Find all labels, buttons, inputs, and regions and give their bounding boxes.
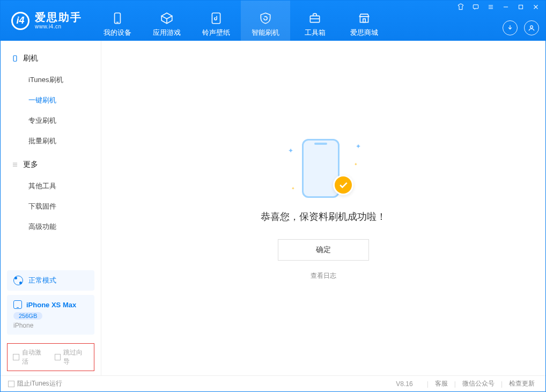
sidebar-item-oneclick-flash[interactable]: 一键刷机 — [1, 90, 101, 110]
sidebar-item-itunes-flash[interactable]: iTunes刷机 — [1, 70, 101, 90]
download-button[interactable] — [503, 20, 518, 35]
status-link-wechat[interactable]: 微信公众号 — [459, 379, 498, 388]
logo: i4 爱思助手 www.i4.cn — [1, 12, 93, 30]
close-button[interactable] — [530, 2, 541, 12]
feedback-icon[interactable] — [470, 2, 481, 12]
highlighted-options: 自动激活 跳过向导 — [7, 343, 94, 371]
logo-icon: i4 — [11, 12, 29, 30]
svg-rect-16 — [13, 56, 17, 62]
app-subtitle: www.i4.cn — [35, 24, 82, 29]
status-link-update[interactable]: 检查更新 — [506, 379, 538, 388]
list-icon — [11, 161, 19, 168]
sidebar-group-flash: 刷机 — [1, 50, 101, 70]
status-link-support[interactable]: 客服 — [432, 379, 451, 388]
music-file-icon — [209, 11, 224, 26]
briefcase-icon — [307, 11, 322, 26]
minimize-button[interactable] — [500, 2, 511, 12]
sparkle-icon: ✦ — [288, 147, 293, 154]
menu-icon[interactable] — [485, 2, 496, 12]
checkbox-block-itunes[interactable]: 阻止iTunes运行 — [8, 379, 62, 388]
svg-rect-6 — [363, 19, 365, 23]
main-content: ✦ ✦ ✦ ✦ 恭喜您，保资料刷机成功啦！ 确定 查看日志 — [101, 41, 545, 375]
svg-point-15 — [530, 26, 533, 28]
tab-apps[interactable]: 应用游戏 — [142, 1, 191, 41]
body: 刷机 iTunes刷机 一键刷机 专业刷机 批量刷机 更多 其他工具 下载固件 … — [1, 41, 545, 375]
check-badge-icon — [333, 175, 353, 195]
title-bar: i4 爱思助手 www.i4.cn 我的设备 应用游戏 铃声壁纸 智能刷机 — [1, 1, 545, 41]
device-mode-box[interactable]: 正常模式 — [7, 270, 94, 291]
checkbox-skip-guide[interactable]: 跳过向导 — [55, 348, 89, 366]
svg-rect-2 — [212, 13, 220, 24]
main-tabs: 我的设备 应用游戏 铃声壁纸 智能刷机 工具箱 爱思商城 — [93, 1, 389, 41]
sparkle-icon: ✦ — [356, 143, 361, 150]
refresh-shield-icon — [258, 11, 273, 26]
mode-icon — [13, 276, 23, 285]
svg-rect-7 — [473, 5, 478, 9]
app-title: 爱思助手 — [35, 12, 82, 23]
sparkle-icon: ✦ — [354, 162, 358, 167]
app-window: i4 爱思助手 www.i4.cn 我的设备 应用游戏 铃声壁纸 智能刷机 — [0, 0, 546, 392]
store-icon — [357, 11, 372, 26]
tab-my-device[interactable]: 我的设备 — [93, 1, 142, 41]
cube-icon — [159, 11, 174, 26]
sidebar-item-advanced[interactable]: 高级功能 — [1, 217, 101, 237]
maximize-button[interactable] — [515, 2, 526, 12]
skin-icon[interactable] — [455, 2, 466, 12]
sidebar-item-batch-flash[interactable]: 批量刷机 — [1, 131, 101, 151]
svg-rect-12 — [519, 5, 523, 9]
tab-toolbox[interactable]: 工具箱 — [290, 1, 340, 41]
version-label: V8.16 — [396, 380, 412, 388]
tab-ringtone[interactable]: 铃声壁纸 — [191, 1, 241, 41]
sidebar-item-other-tools[interactable]: 其他工具 — [1, 176, 101, 196]
device-name: iPhone XS Max — [26, 301, 76, 309]
phone-icon — [110, 11, 125, 26]
phone-outline-icon — [11, 55, 19, 62]
sidebar-item-download-firmware[interactable]: 下载固件 — [1, 196, 101, 217]
tab-store[interactable]: 爱思商城 — [340, 1, 389, 41]
account-button[interactable] — [524, 20, 539, 35]
sidebar: 刷机 iTunes刷机 一键刷机 专业刷机 批量刷机 更多 其他工具 下载固件 … — [1, 41, 101, 375]
storage-badge: 256GB — [13, 312, 42, 320]
tab-flash[interactable]: 智能刷机 — [241, 1, 290, 41]
window-controls — [455, 1, 541, 13]
sidebar-item-pro-flash[interactable]: 专业刷机 — [1, 110, 101, 131]
view-log-link[interactable]: 查看日志 — [311, 271, 336, 280]
checkbox-auto-activate[interactable]: 自动激活 — [13, 348, 47, 366]
status-bar: 阻止iTunes运行 V8.16 | 客服 | 微信公众号 | 检查更新 — [1, 375, 545, 391]
sparkle-icon: ✦ — [291, 186, 295, 191]
svg-rect-5 — [360, 17, 368, 23]
ok-button[interactable]: 确定 — [278, 239, 369, 261]
sidebar-group-more: 更多 — [1, 157, 101, 176]
device-type: iPhone — [13, 322, 88, 329]
success-illustration: ✦ ✦ ✦ ✦ — [291, 136, 356, 201]
device-icon — [13, 300, 22, 309]
success-message: 恭喜您，保资料刷机成功啦！ — [261, 210, 386, 223]
device-info-box[interactable]: iPhone XS Max 256GB iPhone — [7, 295, 94, 335]
